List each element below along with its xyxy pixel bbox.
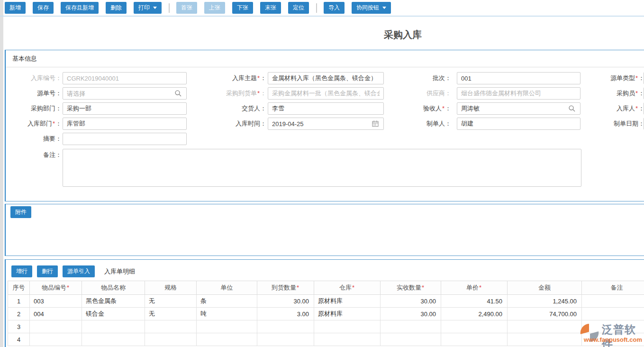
purchase-dept-label: 采购部门： (9, 102, 62, 115)
table-cell[interactable] (197, 320, 257, 333)
table-cell[interactable]: 条 (197, 295, 257, 308)
table-cell[interactable] (582, 308, 644, 320)
supplier-label: 供应商： (381, 87, 451, 100)
table-cell[interactable]: 3 (8, 320, 30, 333)
save-and-new-button[interactable]: 保存且新增 (61, 2, 99, 14)
detail-section-title: 入库单明细 (104, 267, 135, 276)
table-cell[interactable] (30, 320, 82, 333)
table-row: 4 (8, 333, 644, 346)
table-cell[interactable]: 30.00 (257, 295, 314, 308)
window-left-edge (0, 0, 3, 347)
new-button[interactable]: 新增 (5, 2, 26, 14)
column-header: 物品名称 (82, 281, 145, 295)
table-cell[interactable] (197, 333, 257, 346)
table-cell[interactable]: 原材料库 (314, 295, 381, 308)
table-cell[interactable]: 镁合金 (82, 308, 145, 320)
table-cell[interactable]: 004 (30, 308, 82, 320)
remark-textarea[interactable] (63, 149, 581, 187)
inspector-input[interactable] (457, 102, 581, 115)
toolbar-divider (0, 16, 644, 17)
table-cell[interactable] (508, 333, 582, 346)
table-cell[interactable]: 003 (30, 295, 82, 308)
collab-button[interactable]: 协同按钮 (352, 2, 391, 14)
basic-info-panel: 基本信息 入库编号： 入库主题*： 批次： 源单类型*： 源单号： 采购到货单*… (5, 50, 644, 201)
table-cell[interactable]: 30.00 (381, 295, 441, 308)
table-cell[interactable]: 74,700.00 (508, 308, 582, 320)
table-cell[interactable] (145, 320, 197, 333)
table-cell[interactable]: 2 (8, 308, 30, 320)
watermark-url: www.fanpusoft.com (584, 336, 642, 343)
delete-row-button[interactable]: 删行 (37, 265, 58, 277)
table-cell[interactable] (257, 333, 314, 346)
last-record-button[interactable]: 末张 (260, 2, 281, 14)
caret-down-icon (382, 7, 386, 9)
subject-label: 入库主题*： (200, 72, 266, 84)
inbound-time-input[interactable] (268, 118, 384, 130)
attachment-button[interactable]: 附件 (10, 206, 31, 218)
table-cell[interactable] (441, 333, 508, 346)
inspector-label: 验收人*： (381, 102, 451, 115)
summary-input[interactable] (63, 133, 187, 145)
table-cell[interactable] (441, 320, 508, 333)
calendar-icon[interactable] (372, 120, 379, 128)
source-import-button[interactable]: 源单引入 (63, 265, 95, 277)
table-cell[interactable]: 黑色金属条 (82, 295, 145, 308)
import-button[interactable]: 导入 (324, 2, 345, 14)
delete-button[interactable]: 删除 (106, 2, 127, 14)
column-header: 金额 (508, 281, 582, 295)
table-cell[interactable]: 41.50 (441, 295, 508, 308)
arrival-order-label: 采购到货单*： (200, 87, 266, 100)
purchaser-label: 采购员*： (574, 87, 644, 100)
column-header: 实收数量* (381, 281, 441, 295)
first-record-button: 首张 (176, 2, 197, 14)
doc-maker-input[interactable] (457, 118, 581, 130)
inbound-dept-label: 入库部门*： (9, 118, 62, 130)
table-cell[interactable] (314, 320, 381, 333)
table-cell[interactable]: 原材料库 (314, 308, 381, 320)
add-row-button[interactable]: 增行 (11, 265, 32, 277)
detail-panel: 增行 删行 源单引入 入库单明细 序号 物品编号* 物品名称 规格 单位 到货数… (5, 259, 644, 347)
table-cell[interactable] (582, 295, 644, 308)
purchase-dept-input[interactable] (63, 102, 187, 115)
table-cell[interactable] (30, 333, 82, 346)
batch-input[interactable] (457, 72, 581, 84)
fanpu-watermark: 泛普软件 www.fanpusoft.com (579, 322, 644, 346)
table-cell[interactable]: 3.00 (257, 308, 314, 320)
table-cell[interactable] (145, 333, 197, 346)
inbound-time-label: 入库时间： (200, 118, 266, 130)
table-cell[interactable] (314, 333, 381, 346)
table-cell[interactable] (381, 333, 441, 346)
table-cell[interactable] (508, 320, 582, 333)
doc-maker-label: 制单人： (381, 118, 451, 130)
table-cell[interactable]: 1 (8, 295, 30, 308)
table-cell[interactable]: 1,245.00 (508, 295, 582, 308)
table-cell[interactable]: 无 (145, 308, 197, 320)
table-cell[interactable]: 无 (145, 295, 197, 308)
inbound-dept-input[interactable] (63, 118, 187, 130)
locate-button[interactable]: 定位 (288, 2, 309, 14)
arrival-order-input (268, 87, 384, 100)
table-cell[interactable]: 4 (8, 333, 30, 346)
table-cell[interactable]: 30.00 (381, 308, 441, 320)
table-cell[interactable] (257, 320, 314, 333)
inbound-no-label: 入库编号： (9, 72, 62, 84)
prev-record-button: 上张 (204, 2, 225, 14)
deliverer-label: 交货人： (200, 102, 266, 115)
subject-input[interactable] (268, 72, 384, 84)
table-cell[interactable] (82, 333, 145, 346)
watermark-brand: 泛普软件 (602, 322, 644, 347)
deliverer-input[interactable] (268, 102, 384, 115)
detail-table: 序号 物品编号* 物品名称 规格 单位 到货数量* 仓库* 实收数量* 单价* … (8, 281, 644, 346)
next-record-button[interactable]: 下张 (232, 2, 253, 14)
save-button[interactable]: 保存 (33, 2, 54, 14)
source-no-input[interactable] (63, 87, 187, 100)
table-cell[interactable] (381, 320, 441, 333)
table-cell[interactable] (82, 320, 145, 333)
table-header-row: 序号 物品编号* 物品名称 规格 单位 到货数量* 仓库* 实收数量* 单价* … (8, 281, 644, 295)
table-cell[interactable]: 吨 (197, 308, 257, 320)
column-header: 物品编号* (30, 281, 82, 295)
search-icon[interactable] (174, 90, 182, 97)
print-button[interactable]: 打印 (134, 2, 162, 14)
table-cell[interactable]: 2,490.00 (441, 308, 508, 320)
purchase-inbound-page: 新增 保存 保存且新增 删除 打印 首张 上张 下张 末张 定位 导入 协同按钮… (0, 0, 644, 347)
